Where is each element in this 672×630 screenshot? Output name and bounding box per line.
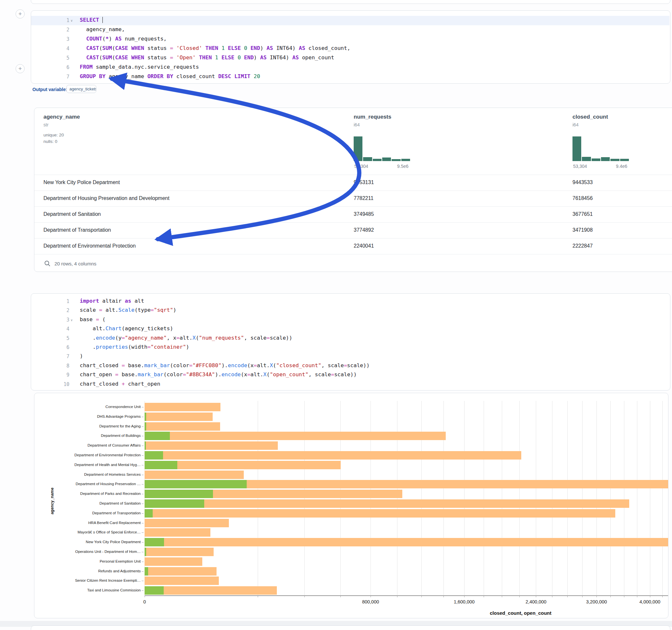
gridline <box>662 401 663 595</box>
table-cell[interactable]: 3749485 <box>354 211 374 217</box>
x-axis-tick <box>397 595 398 597</box>
x-axis-tick <box>582 595 582 597</box>
code-text: CAST(SUM(CASE WHEN status = 'Open' THEN … <box>80 54 334 60</box>
table-cell[interactable]: 3677651 <box>573 211 593 217</box>
table-cell[interactable]: 2222847 <box>573 243 593 249</box>
code-line[interactable]: 1∨SELECT <box>31 16 669 25</box>
add-cell-button-middle[interactable]: + <box>16 64 25 73</box>
sql-code-editor[interactable]: 1∨SELECT 2 agency_name,3 COUNT(*) AS num… <box>31 11 670 83</box>
line-number: 1 <box>31 16 69 23</box>
code-text: scale = alt.Scale(type="sqrt") <box>80 307 176 313</box>
bar-open-count <box>145 480 247 488</box>
bar-closed-count <box>145 528 210 537</box>
bar-open-count <box>145 490 213 498</box>
add-cell-button-top[interactable]: + <box>16 9 25 19</box>
column-header[interactable]: agency_name <box>44 114 80 120</box>
column-stat: nulls: 0 <box>44 139 57 144</box>
gridline <box>519 401 520 595</box>
table-cell[interactable]: New York City Police Department <box>44 179 120 185</box>
code-line[interactable]: 9chart_open = base.mark_bar(color="#8BC3… <box>31 370 669 380</box>
code-text: agency_name, <box>80 26 125 32</box>
code-line[interactable]: 4 alt.Chart(agency_tickets) <box>31 324 669 334</box>
gridline <box>464 401 464 595</box>
fold-caret-icon[interactable]: ∨ <box>71 19 73 22</box>
line-number: 1 <box>31 297 69 304</box>
histogram-bar <box>391 159 400 161</box>
y-axis-tick <box>142 504 144 504</box>
x-axis-line <box>145 595 668 596</box>
y-axis-label: Mayorâ€ s Office of Special Enforce… <box>34 530 141 534</box>
x-axis-tick <box>422 595 422 597</box>
code-line[interactable]: 2 agency_name, <box>31 25 669 35</box>
column-header[interactable]: num_requests <box>354 114 391 120</box>
line-number: 5 <box>31 334 69 341</box>
row-separator <box>34 175 672 175</box>
y-axis-tick <box>142 581 144 581</box>
code-text: chart_closed = base.mark_bar(color="#FFC… <box>80 362 369 368</box>
bar-open-count <box>145 500 204 508</box>
row-separator <box>34 238 672 239</box>
gridline <box>484 401 484 595</box>
x-axis-tick <box>370 595 371 597</box>
y-axis-label: Department of Health and Mental Hyg… <box>34 463 141 467</box>
code-line[interactable]: 6 .properties(width="container") <box>31 343 669 352</box>
column-type: i64 <box>573 122 579 127</box>
python-cell[interactable]: 1import altair as alt2scale = alt.Scale(… <box>31 293 670 390</box>
column-header[interactable]: closed_count <box>573 114 608 120</box>
table-cell[interactable]: 3471908 <box>573 227 593 233</box>
y-axis-tick <box>142 465 144 465</box>
x-axis-tick <box>637 595 637 597</box>
table-cell[interactable]: Department of Sanitation <box>44 211 101 217</box>
y-axis-label: HRA Benefit Card Replacement <box>34 521 141 525</box>
x-axis-tick <box>597 595 597 597</box>
column-type: str <box>44 122 49 127</box>
x-axis-tick <box>258 595 258 597</box>
x-axis-tick <box>340 595 341 597</box>
gridline <box>582 401 582 595</box>
column-histogram <box>354 137 411 161</box>
code-text: chart_closed + chart_open <box>80 381 160 387</box>
code-line[interactable]: 2scale = alt.Scale(type="sqrt") <box>31 306 669 315</box>
table-cell[interactable]: Department of Housing Preservation and D… <box>44 195 170 201</box>
code-line[interactable]: 8chart_closed = base.mark_bar(color="#FF… <box>31 361 669 371</box>
table-cell[interactable]: 9453131 <box>354 179 374 185</box>
python-code-editor[interactable]: 1import altair as alt2scale = alt.Scale(… <box>31 294 670 390</box>
search-icon[interactable] <box>44 260 51 267</box>
table-cell[interactable]: Department of Environmental Protection <box>44 243 136 249</box>
fold-caret-icon[interactable]: ∨ <box>71 318 73 322</box>
table-cell[interactable]: 7618456 <box>573 195 593 201</box>
table-cell[interactable]: 3774892 <box>354 227 374 233</box>
table-cell[interactable]: 9443533 <box>573 179 593 185</box>
gridline <box>650 401 650 595</box>
code-line[interactable]: 4 CAST(SUM(CASE WHEN status = 'Closed' T… <box>31 44 669 53</box>
bar-closed-count <box>145 403 220 411</box>
y-axis-label: Personal Exemption Unit <box>34 559 141 563</box>
table-cell[interactable]: 2240041 <box>354 243 374 249</box>
code-line[interactable]: 1import altair as alt <box>31 297 669 306</box>
table-cell[interactable]: 7782211 <box>354 195 374 201</box>
x-axis-tick-label: 2,400,000 <box>526 599 547 604</box>
y-axis-label: Correspondence Unit <box>34 405 141 409</box>
y-axis-tick <box>142 513 144 514</box>
code-line[interactable]: 7) <box>31 352 669 361</box>
code-line[interactable]: 3∨base = ( <box>31 315 669 325</box>
bar-open-count <box>145 461 177 469</box>
code-line[interactable]: 5 CAST(SUM(CASE WHEN status = 'Open' THE… <box>31 53 669 63</box>
output-variable-input[interactable]: agency_tickets <box>67 85 96 93</box>
line-number: 3 <box>31 315 69 323</box>
code-line[interactable]: 5 .encode(y="agency_name", x=alt.X("num_… <box>31 334 669 343</box>
sql-cell[interactable]: 1∨SELECT 2 agency_name,3 COUNT(*) AS num… <box>31 10 670 83</box>
code-line[interactable]: 10chart_closed + chart_open <box>31 380 669 389</box>
table-cell[interactable]: Department of Transportation <box>44 227 111 233</box>
code-line[interactable]: 7GROUP BY agency_name ORDER BY closed_co… <box>31 72 669 82</box>
code-line[interactable]: 6FROM sample_data.nyc.service_requests <box>31 63 669 72</box>
line-number: 2 <box>31 25 69 33</box>
y-axis-tick <box>142 523 144 524</box>
x-axis-tick <box>519 595 520 597</box>
bar-closed-count <box>145 413 213 421</box>
gridline <box>597 401 597 595</box>
row-separator <box>34 254 672 255</box>
code-line[interactable]: 3 COUNT(*) AS num_requests, <box>31 35 669 44</box>
bar-closed-count <box>145 567 217 576</box>
x-axis-tick <box>536 595 536 597</box>
